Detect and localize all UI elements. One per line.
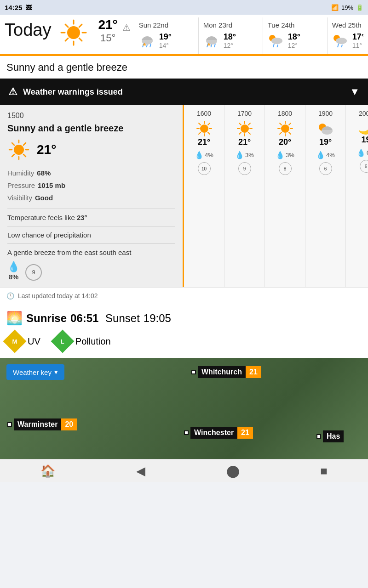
forecast-low-mon: 12°: [224, 42, 236, 49]
sunrise-time: 06:51: [70, 312, 98, 325]
humidity-label: Humidity: [7, 167, 34, 179]
nav-circle-button[interactable]: ⬤: [226, 464, 240, 478]
location-name-whitchurch: Whitchurch: [198, 366, 246, 378]
weather-key-button[interactable]: Weather key ▾: [6, 364, 64, 380]
location-dot-whitchurch: [191, 370, 196, 374]
location-whitchurch[interactable]: Whitchurch 21: [191, 366, 261, 378]
svg-line-51: [239, 123, 241, 125]
map-section[interactable]: Weather key ▾ Warminster 20 Whitchurch 2…: [0, 358, 368, 459]
location-temp-whitchurch: 21: [246, 366, 261, 378]
pollution-label: Pollution: [75, 336, 111, 347]
wind-speed-current: 9: [32, 269, 35, 276]
svg-line-12: [150, 44, 151, 47]
svg-point-24: [336, 38, 347, 44]
future-hour-1900[interactable]: 1900 19° 💧 4% 6: [305, 105, 346, 287]
svg-line-63: [280, 132, 282, 134]
warning-banner[interactable]: ⚠ Weather warnings issued ▼: [0, 79, 368, 105]
future-hour-time-1900: 1900: [318, 110, 333, 117]
status-time: 14:25: [5, 4, 22, 11]
forecast-high-sun: 19°: [159, 32, 172, 42]
visibility-label: Visibility: [7, 192, 32, 204]
forecast-day-label-mon: Mon 23rd: [203, 21, 232, 29]
photos-icon: 🖼: [26, 4, 32, 11]
svg-line-61: [289, 132, 291, 134]
wind-direction-current: 9: [25, 264, 42, 281]
location-temp-warminster: 20: [61, 418, 77, 430]
svg-line-11: [146, 45, 147, 47]
battery-icon: 🔋: [356, 4, 363, 11]
svg-line-34: [23, 154, 26, 157]
wind-circle-1900: 6: [319, 162, 332, 175]
uv-item[interactable]: M UV: [6, 333, 40, 350]
pollution-item[interactable]: L Pollution: [54, 333, 111, 350]
future-hour-temp-1800: 20°: [279, 137, 291, 147]
wind-speed-2000: 6: [365, 164, 368, 169]
last-updated-text: Last updated today at 14:02: [18, 292, 98, 300]
wind-speed-1700: 9: [243, 166, 246, 171]
forecast-high-mon: 18°: [224, 32, 236, 42]
visibility-value: Good: [35, 192, 53, 204]
rain-icon-1800: 💧: [276, 151, 285, 159]
current-hour-time: 1500: [7, 112, 175, 120]
rain-icon-1600: 💧: [195, 151, 204, 159]
forecast-day-mon[interactable]: Mon 23rd 18° 12°: [199, 17, 263, 54]
location-dot-has: [316, 434, 321, 439]
svg-line-42: [199, 123, 201, 125]
future-hour-icon-1800: [276, 120, 294, 137]
wind-circle-2000: 6: [360, 160, 368, 173]
svg-point-55: [281, 124, 289, 133]
warning-chevron-icon[interactable]: ▼: [350, 86, 360, 98]
forecast-icon-mon: [203, 31, 220, 51]
status-bar: 14:25 🖼 📶 19% 🔋: [0, 0, 368, 15]
location-winchester[interactable]: Winchester 21: [184, 427, 253, 439]
future-hour-1800[interactable]: 1800 20° 💧 3%: [265, 105, 305, 287]
forecast-day-wed[interactable]: Wed 25th 17° 11°: [328, 17, 363, 54]
svg-point-46: [241, 124, 249, 133]
svg-line-22: [277, 45, 278, 47]
future-hour-1600[interactable]: 1600 21° 💧 4%: [184, 105, 224, 287]
forecast-day-tue[interactable]: Tue 24th 18° 12°: [263, 17, 328, 54]
sunrise-icon: 🌅: [6, 311, 23, 326]
precipitation-text: Low chance of precipitation: [7, 231, 175, 239]
future-hour-icon-2000: 🌙: [358, 120, 368, 135]
uv-pollution-row: M UV L Pollution: [0, 328, 368, 358]
svg-line-33: [12, 143, 14, 145]
location-warminster[interactable]: Warminster 20: [7, 418, 77, 430]
rain-pct-1900: 4%: [326, 152, 335, 158]
uv-label: UV: [28, 336, 40, 347]
future-hour-1700[interactable]: 1700 21° 💧 3%: [224, 105, 265, 287]
future-hour-2000[interactable]: 2000 🌙 19 💧 0% 6: [346, 105, 368, 287]
pollution-badge-label: L: [61, 338, 64, 345]
sunrise-sunset-row: 🌅 Sunrise 06:51 Sunset 19:05: [0, 304, 368, 328]
wind-circle-1600: 10: [198, 162, 211, 175]
svg-line-7: [79, 24, 82, 27]
nav-home-button[interactable]: 🏠: [40, 464, 55, 478]
svg-line-21: [273, 44, 274, 47]
svg-line-25: [338, 44, 339, 47]
current-hour-sun-icon: [7, 138, 30, 161]
future-hour-temp-1700: 21°: [238, 137, 251, 147]
svg-line-8: [65, 38, 68, 41]
svg-line-36: [12, 154, 14, 157]
location-has[interactable]: Has: [316, 430, 344, 442]
forecast-low-tue: 12°: [288, 42, 300, 49]
nav-square-button[interactable]: ■: [320, 464, 328, 478]
svg-line-52: [248, 132, 250, 134]
forecast-day-label-tue: Tue 24th: [268, 21, 295, 29]
wind-circle-1700: 9: [238, 162, 251, 175]
clock-icon: 🕒: [6, 292, 14, 300]
hourly-section: 1500 Sunny and a gentle breeze 21°: [0, 105, 368, 287]
svg-line-5: [65, 24, 68, 27]
nav-back-button[interactable]: ◀: [136, 464, 145, 478]
uv-badge-label: M: [12, 338, 17, 345]
rain-icon-1900: 💧: [316, 151, 325, 159]
rain-pct-1600: 4%: [205, 152, 213, 158]
chevron-down-icon: ▾: [54, 368, 58, 376]
rain-pct-1800: 3%: [286, 152, 294, 158]
future-hour-time-2000: 2000: [359, 110, 368, 117]
today-warning-icon: ⚠: [122, 22, 131, 33]
svg-line-16: [211, 45, 212, 47]
location-dot-winchester: [184, 430, 189, 435]
navigation-bar: 🏠 ◀ ⬤ ■: [0, 459, 368, 482]
forecast-day-sun[interactable]: Sun 22nd 19° 14°: [134, 17, 199, 54]
